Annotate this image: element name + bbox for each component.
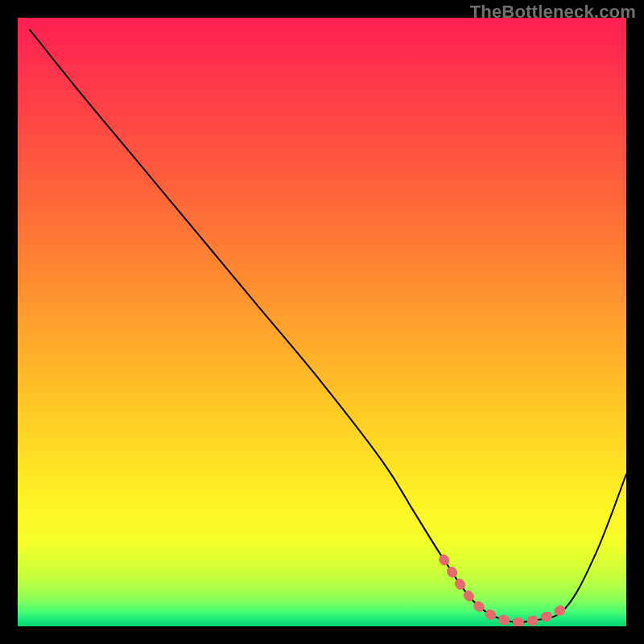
gradient-background [18,18,626,626]
chart-frame [18,18,626,626]
watermark-text: TheBottleneck.com [470,2,636,23]
bottleneck-chart [18,18,626,626]
